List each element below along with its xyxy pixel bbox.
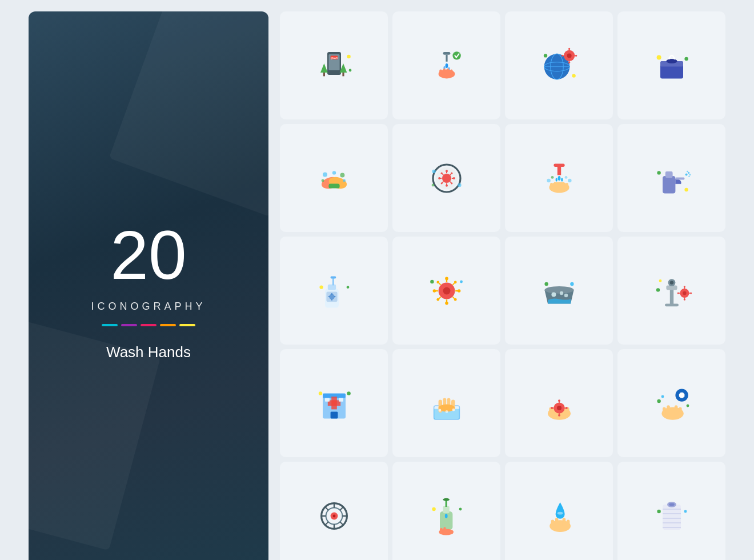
svg-point-47 xyxy=(343,179,346,182)
svg-point-85 xyxy=(564,176,567,179)
icon-card-hands-water[interactable] xyxy=(392,349,500,457)
svg-point-70 xyxy=(458,183,461,186)
svg-point-62 xyxy=(440,172,442,174)
svg-point-94 xyxy=(657,171,660,174)
svg-point-147 xyxy=(690,292,692,294)
svg-rect-78 xyxy=(550,183,553,189)
set-title: Wash Hands xyxy=(106,343,191,361)
svg-point-48 xyxy=(321,179,324,182)
svg-point-74 xyxy=(558,176,560,181)
svg-rect-188 xyxy=(674,405,677,414)
svg-point-31 xyxy=(562,54,563,56)
svg-point-41 xyxy=(684,57,688,60)
svg-point-64 xyxy=(451,172,452,174)
svg-point-133 xyxy=(570,282,573,285)
svg-line-123 xyxy=(452,297,454,298)
icon-card-virus-wheel[interactable] xyxy=(280,462,388,560)
svg-marker-4 xyxy=(320,63,328,73)
svg-rect-72 xyxy=(554,163,564,167)
icon-card-soap-dispenser[interactable] xyxy=(392,462,500,560)
svg-point-195 xyxy=(686,404,689,407)
svg-point-179 xyxy=(558,414,560,416)
icon-card-faucet-hands[interactable] xyxy=(505,124,613,232)
svg-point-217 xyxy=(459,507,462,510)
color-bar-purple xyxy=(121,324,137,326)
svg-rect-86 xyxy=(663,176,675,193)
svg-rect-214 xyxy=(443,527,446,533)
svg-rect-80 xyxy=(562,182,564,188)
svg-point-131 xyxy=(564,293,567,297)
svg-rect-11 xyxy=(446,54,447,61)
svg-point-145 xyxy=(677,292,679,294)
svg-point-141 xyxy=(683,286,685,287)
svg-rect-155 xyxy=(325,398,330,401)
svg-rect-192 xyxy=(679,393,684,397)
svg-point-184 xyxy=(557,406,562,410)
svg-point-106 xyxy=(319,285,323,289)
icon-card-virus-circle[interactable] xyxy=(392,124,500,232)
svg-rect-156 xyxy=(339,398,343,401)
icon-card-soap-hands[interactable] xyxy=(280,124,388,232)
svg-point-84 xyxy=(551,176,554,179)
svg-rect-18 xyxy=(447,68,449,74)
svg-point-39 xyxy=(666,59,677,63)
svg-rect-16 xyxy=(439,69,442,75)
icon-count: 20 xyxy=(110,221,186,289)
svg-point-127 xyxy=(460,280,463,283)
svg-point-9 xyxy=(348,69,351,71)
svg-point-20 xyxy=(452,51,460,59)
svg-point-129 xyxy=(551,292,556,297)
svg-point-114 xyxy=(432,289,436,293)
svg-line-117 xyxy=(439,283,440,285)
svg-rect-97 xyxy=(327,284,335,290)
svg-point-76 xyxy=(561,178,563,181)
icon-card-quarantine-phone[interactable]: QUAR xyxy=(280,11,388,119)
svg-point-71 xyxy=(431,183,434,186)
icon-card-virus-globe[interactable] xyxy=(505,11,613,119)
svg-rect-157 xyxy=(330,411,338,418)
svg-rect-224 xyxy=(663,505,681,530)
svg-line-119 xyxy=(452,283,454,285)
svg-point-33 xyxy=(575,54,577,56)
svg-point-150 xyxy=(659,279,661,282)
svg-point-101 xyxy=(329,294,335,299)
svg-point-177 xyxy=(558,399,560,402)
icon-card-water-drop-hands[interactable] xyxy=(505,462,613,560)
svg-point-193 xyxy=(657,399,660,402)
svg-rect-187 xyxy=(667,405,670,414)
svg-point-89 xyxy=(685,173,687,175)
icon-card-wash-basin[interactable] xyxy=(505,237,613,345)
svg-rect-73 xyxy=(557,167,560,175)
icon-card-clean-hands-plus[interactable] xyxy=(617,349,725,457)
svg-point-231 xyxy=(669,503,675,506)
svg-point-128 xyxy=(544,286,573,294)
svg-rect-209 xyxy=(443,506,449,513)
svg-point-232 xyxy=(657,509,660,513)
icon-card-wash-faucet[interactable] xyxy=(392,11,500,119)
svg-point-29 xyxy=(568,61,570,63)
svg-rect-135 xyxy=(669,289,673,305)
svg-point-93 xyxy=(689,174,691,175)
svg-rect-189 xyxy=(679,407,682,415)
color-bar-yellow xyxy=(179,324,195,326)
svg-rect-88 xyxy=(675,177,684,179)
svg-rect-87 xyxy=(665,171,672,178)
svg-point-169 xyxy=(452,408,455,411)
icon-card-spray-bottle[interactable] xyxy=(617,124,725,232)
icon-card-sanitizer-bottle[interactable] xyxy=(280,237,388,345)
color-bar-orange xyxy=(160,324,176,326)
svg-point-83 xyxy=(568,178,571,182)
icon-card-paper-roll[interactable] xyxy=(617,462,725,560)
svg-point-45 xyxy=(332,171,335,174)
svg-point-91 xyxy=(687,170,688,171)
svg-point-181 xyxy=(551,407,553,409)
svg-rect-79 xyxy=(554,182,556,188)
svg-point-58 xyxy=(438,177,440,179)
icon-card-tissue-box[interactable] xyxy=(617,11,725,119)
icon-card-coronavirus[interactable] xyxy=(392,237,500,345)
svg-point-54 xyxy=(446,170,448,172)
icon-card-virus-hands[interactable] xyxy=(505,349,613,457)
main-container: 20 ICONOGRAPHY Wash Hands QUAR xyxy=(29,11,725,560)
icon-card-hospital[interactable] xyxy=(280,349,388,457)
icon-card-microscope[interactable] xyxy=(617,237,725,345)
